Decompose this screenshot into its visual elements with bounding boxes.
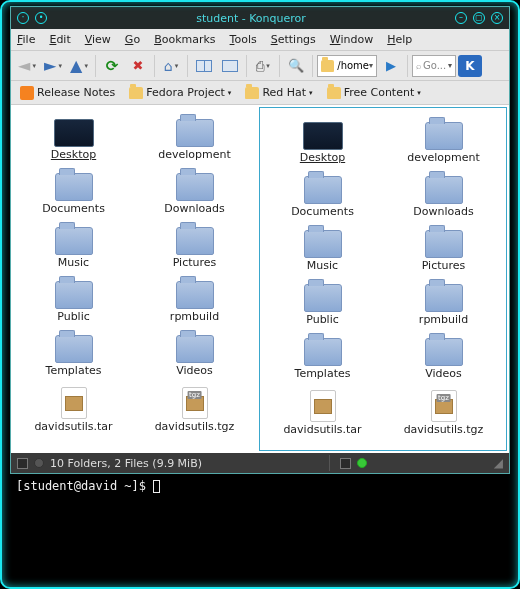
minimize-icon[interactable]: –	[455, 12, 467, 24]
file-item-label: davidsutils.tar	[34, 421, 112, 433]
link-checkbox-right[interactable]	[340, 458, 351, 469]
up-button[interactable]: ▲▾	[67, 54, 91, 78]
folder-icon	[425, 338, 463, 366]
folder-icon	[425, 230, 463, 258]
reload-icon: ⟳	[106, 57, 119, 75]
file-item-label: Templates	[46, 365, 102, 377]
resize-grip-icon[interactable]: ◢	[494, 456, 503, 470]
file-item[interactable]: Downloads	[389, 170, 499, 220]
left-pane[interactable]: DesktopdevelopmentDocumentsDownloadsMusi…	[11, 105, 257, 453]
file-item[interactable]: development	[389, 116, 499, 166]
file-item[interactable]: rpmbuild	[389, 278, 499, 328]
forward-icon: ►	[44, 56, 56, 75]
file-item-label: Desktop	[300, 152, 345, 164]
folder-icon	[176, 227, 214, 255]
right-pane[interactable]: DesktopdevelopmentDocumentsDownloadsMusi…	[259, 107, 507, 451]
reload-button[interactable]: ⟳	[100, 54, 124, 78]
folder-icon	[176, 335, 214, 363]
file-item[interactable]: Music	[19, 221, 129, 271]
home-button[interactable]: ⌂▾	[159, 54, 183, 78]
file-item-label: Desktop	[51, 149, 96, 161]
bookmark-release-notes[interactable]: Release Notes	[15, 83, 120, 103]
menu-view[interactable]: View	[85, 33, 111, 46]
split-view-icon	[196, 60, 212, 72]
menu-window[interactable]: Window	[330, 33, 373, 46]
file-item-label: Videos	[425, 368, 462, 380]
file-item[interactable]: Templates	[268, 332, 378, 382]
file-item[interactable]: Downloads	[140, 167, 250, 217]
file-item[interactable]: tgzdavidsutils.tgz	[389, 386, 499, 438]
file-item-label: davidsutils.tar	[283, 424, 361, 436]
terminal[interactable]: [student@david ~]$	[10, 476, 510, 581]
home-icon: ⌂	[164, 58, 173, 74]
menu-go[interactable]: Go	[125, 33, 140, 46]
file-item[interactable]: Music	[268, 224, 378, 274]
file-item[interactable]: Documents	[268, 170, 378, 220]
file-item[interactable]: Documents	[19, 167, 129, 217]
statusbar: 10 Folders, 2 Files (9.9 MiB) ◢	[11, 453, 509, 473]
stop-icon: ✖	[133, 58, 144, 73]
close-icon[interactable]: ×	[491, 12, 503, 24]
archive-tgz-icon: tgz	[182, 387, 208, 419]
file-item[interactable]: Videos	[389, 332, 499, 382]
file-item-label: development	[407, 152, 480, 164]
file-item[interactable]: development	[140, 113, 250, 163]
toolbar: ◄▾ ►▾ ▲▾ ⟳ ✖ ⌂▾ ⎙▾ 🔍 /home ▾ ▶ ⌕ Go... ▾…	[11, 51, 509, 81]
status-text: 10 Folders, 2 Files (9.9 MiB)	[50, 457, 202, 470]
menu-settings[interactable]: Settings	[271, 33, 316, 46]
file-item[interactable]: Templates	[19, 329, 129, 379]
back-button[interactable]: ◄▾	[15, 54, 39, 78]
file-item-label: davidsutils.tgz	[404, 424, 484, 436]
file-item[interactable]: Public	[19, 275, 129, 325]
file-item[interactable]: Pictures	[389, 224, 499, 274]
search-box[interactable]: ⌕ Go... ▾	[412, 55, 456, 77]
bookmark-red-hat[interactable]: Red Hat ▾	[240, 83, 317, 102]
terminal-prompt: [student@david ~]$	[16, 479, 153, 493]
printer-icon: ⎙	[256, 58, 264, 74]
menu-help[interactable]: Help	[387, 33, 412, 46]
menu-bookmarks[interactable]: Bookmarks	[154, 33, 215, 46]
desktop-icon	[303, 122, 343, 150]
file-item-label: development	[158, 149, 231, 161]
file-item[interactable]: davidsutils.tar	[268, 386, 378, 438]
file-item-label: rpmbuild	[170, 311, 219, 323]
folder-icon	[304, 176, 342, 204]
icons-view-icon	[222, 60, 238, 72]
link-checkbox-left[interactable]	[17, 458, 28, 469]
file-item[interactable]: tgzdavidsutils.tgz	[140, 383, 250, 435]
go-button[interactable]: ▶	[379, 54, 403, 78]
archive-icon	[310, 390, 336, 422]
archive-icon	[61, 387, 87, 419]
file-item[interactable]: davidsutils.tar	[19, 383, 129, 435]
stop-button[interactable]: ✖	[126, 54, 150, 78]
view-split-button[interactable]	[192, 54, 216, 78]
window-menu-icon[interactable]: ·	[17, 12, 29, 24]
view-icons-button[interactable]	[218, 54, 242, 78]
file-item[interactable]: rpmbuild	[140, 275, 250, 325]
maximize-icon[interactable]: ▢	[473, 12, 485, 24]
folder-icon	[245, 87, 259, 99]
folder-icon	[425, 284, 463, 312]
folder-icon	[55, 227, 93, 255]
bookmark-fedora-project[interactable]: Fedora Project ▾	[124, 83, 236, 102]
address-bar[interactable]: /home ▾	[317, 55, 377, 77]
file-item-label: Videos	[176, 365, 213, 377]
konqueror-logo-icon[interactable]: K	[458, 55, 482, 77]
menu-edit[interactable]: Edit	[49, 33, 70, 46]
file-item[interactable]: Pictures	[140, 221, 250, 271]
go-icon: ▶	[386, 58, 396, 73]
file-item[interactable]: Videos	[140, 329, 250, 379]
folder-icon	[327, 87, 341, 99]
titlebar[interactable]: · • student - Konqueror – ▢ ×	[11, 7, 509, 29]
file-item[interactable]: Public	[268, 278, 378, 328]
file-item[interactable]: Desktop	[268, 116, 378, 166]
forward-button[interactable]: ►▾	[41, 54, 65, 78]
find-button[interactable]: 🔍	[284, 54, 308, 78]
folder-icon	[304, 338, 342, 366]
menu-file[interactable]: File	[17, 33, 35, 46]
print-button[interactable]: ⎙▾	[251, 54, 275, 78]
file-item[interactable]: Desktop	[19, 113, 129, 163]
bookmark-free-content[interactable]: Free Content ▾	[322, 83, 426, 102]
menu-tools[interactable]: Tools	[230, 33, 257, 46]
pin-icon[interactable]: •	[35, 12, 47, 24]
